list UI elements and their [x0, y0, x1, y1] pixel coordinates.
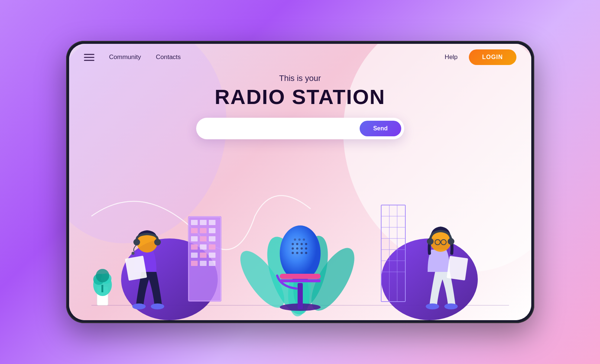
svg-rect-8 — [191, 228, 198, 233]
svg-point-47 — [305, 247, 307, 250]
svg-rect-67 — [125, 256, 147, 281]
svg-point-48 — [292, 252, 294, 254]
nav-links: Community Contacts — [109, 53, 445, 61]
nav-community[interactable]: Community — [109, 53, 141, 61]
svg-rect-10 — [209, 228, 215, 233]
hamburger-menu[interactable] — [84, 54, 94, 61]
svg-rect-19 — [209, 253, 215, 258]
svg-point-45 — [296, 247, 298, 250]
svg-point-77 — [426, 303, 439, 309]
svg-point-54 — [303, 238, 305, 241]
svg-rect-15 — [200, 244, 207, 250]
nav-help[interactable]: Help — [445, 53, 458, 61]
svg-rect-20 — [191, 261, 198, 266]
svg-point-50 — [301, 252, 303, 254]
svg-rect-11 — [191, 236, 198, 241]
search-input[interactable] — [205, 125, 360, 132]
svg-point-53 — [298, 238, 301, 241]
svg-rect-13 — [209, 236, 215, 241]
svg-rect-17 — [191, 253, 198, 258]
svg-rect-18 — [200, 253, 207, 258]
nav-right: Help LOGIN — [445, 49, 516, 65]
svg-point-72 — [448, 238, 454, 245]
svg-rect-16 — [209, 244, 215, 250]
hero-subtitle: This is your — [279, 74, 321, 83]
send-button[interactable]: Send — [360, 121, 401, 136]
svg-point-69 — [151, 303, 164, 309]
svg-rect-55 — [280, 274, 321, 279]
svg-rect-5 — [191, 220, 198, 225]
phone-screen: Community Contacts Help LOGIN This is yo… — [69, 44, 531, 320]
svg-rect-14 — [191, 244, 198, 250]
nav-contacts[interactable]: Contacts — [156, 53, 181, 61]
svg-point-51 — [305, 252, 307, 254]
svg-rect-62 — [101, 285, 103, 292]
svg-rect-76 — [447, 256, 468, 280]
login-button[interactable]: LOGIN — [469, 49, 516, 65]
svg-point-49 — [296, 252, 298, 254]
svg-rect-56 — [280, 279, 321, 282]
svg-point-44 — [292, 247, 294, 250]
svg-point-52 — [294, 238, 296, 241]
svg-point-46 — [301, 247, 303, 250]
svg-point-71 — [427, 238, 434, 245]
svg-rect-22 — [209, 261, 215, 266]
navbar: Community Contacts Help LOGIN — [69, 44, 531, 71]
svg-rect-12 — [200, 236, 207, 241]
svg-rect-38 — [298, 283, 303, 309]
svg-rect-9 — [200, 228, 207, 233]
svg-point-39 — [280, 225, 321, 281]
illustration-svg — [69, 142, 531, 320]
svg-rect-6 — [200, 220, 207, 225]
svg-point-43 — [305, 243, 307, 245]
svg-point-65 — [154, 239, 161, 246]
svg-rect-7 — [209, 220, 215, 225]
search-bar: Send — [196, 118, 404, 139]
svg-point-78 — [444, 303, 458, 309]
hero-title: RADIO STATION — [215, 85, 385, 109]
svg-rect-21 — [200, 261, 207, 266]
svg-point-61 — [96, 269, 109, 282]
svg-point-40 — [292, 243, 294, 245]
hero-section: This is your RADIO STATION Send — [69, 74, 531, 139]
svg-point-42 — [301, 243, 303, 245]
svg-point-41 — [296, 243, 298, 245]
svg-point-66 — [132, 252, 134, 255]
svg-point-68 — [132, 303, 146, 309]
phone-frame: Community Contacts Help LOGIN This is yo… — [66, 41, 534, 323]
